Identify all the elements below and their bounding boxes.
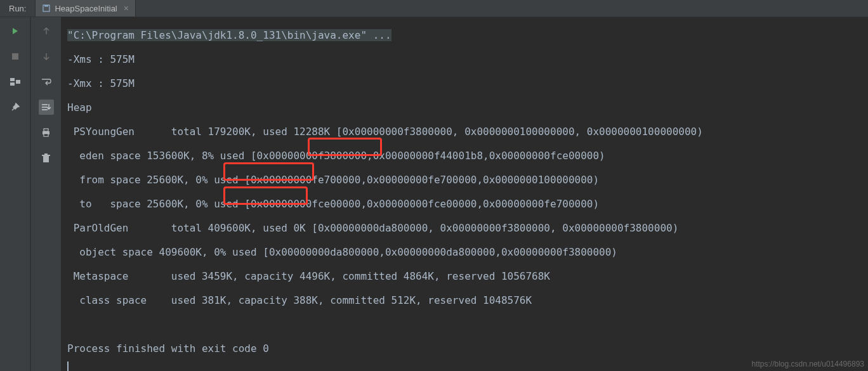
run-label: Run: <box>0 0 36 16</box>
svg-rect-5 <box>16 80 20 84</box>
console-line: eden space 153600K, 8% used [0x00000000f… <box>67 144 868 168</box>
arrow-up-button[interactable] <box>39 23 54 39</box>
console-line: -Xms : 575M <box>67 48 868 72</box>
svg-rect-4 <box>10 82 15 86</box>
cursor-line <box>67 361 868 371</box>
console-line: object space 409600K, 0% used [0x0000000… <box>67 240 868 264</box>
svg-rect-1 <box>44 5 48 7</box>
svg-rect-10 <box>42 155 50 156</box>
run-tab[interactable]: HeapSpaceInitial × <box>36 0 135 16</box>
console-line: Metaspace used 3459K, capacity 4496K, co… <box>67 264 868 289</box>
console-line: -Xmx : 575M <box>67 72 868 96</box>
print-button[interactable] <box>39 125 54 140</box>
stop-button[interactable] <box>8 49 23 64</box>
run-header: Run: HeapSpaceInitial × <box>0 0 868 17</box>
svg-rect-2 <box>12 53 18 60</box>
console-line: from space 25600K, 0% used [0x00000000fe… <box>67 168 868 192</box>
console-line: to space 25600K, 0% used [0x00000000fce0… <box>67 192 868 216</box>
left-gutter <box>0 17 30 371</box>
console-output[interactable]: "C:\Program Files\Java\jdk1.8.0_131\bin\… <box>61 17 868 371</box>
pin-button[interactable] <box>8 100 23 115</box>
main-area: "C:\Program Files\Java\jdk1.8.0_131\bin\… <box>0 17 868 371</box>
svg-rect-11 <box>44 153 48 155</box>
console-line <box>67 313 868 337</box>
svg-rect-7 <box>44 129 48 131</box>
console-line: Heap <box>67 96 868 120</box>
console-line: class space used 381K, capacity 388K, co… <box>67 289 868 313</box>
console-line: PSYoungGen total 179200K, used 12288K [0… <box>67 120 868 144</box>
console-line: Process finished with exit code 0 <box>67 337 868 361</box>
arrow-down-button[interactable] <box>39 49 54 64</box>
svg-rect-8 <box>44 134 48 136</box>
console-line: "C:\Program Files\Java\jdk1.8.0_131\bin\… <box>67 23 868 48</box>
rerun-button[interactable] <box>8 23 23 39</box>
app-icon <box>42 4 51 13</box>
soft-wrap-button[interactable] <box>39 74 54 89</box>
trash-button[interactable] <box>39 150 54 166</box>
console-line: ParOldGen total 409600K, used 0K [0x0000… <box>67 216 868 240</box>
svg-rect-3 <box>10 78 15 81</box>
watermark: https://blog.csdn.net/u014496893 <box>752 360 864 368</box>
layout-button[interactable] <box>8 74 23 89</box>
close-icon[interactable]: × <box>124 3 129 13</box>
svg-rect-9 <box>43 156 49 162</box>
tab-title: HeapSpaceInitial <box>55 4 117 13</box>
right-gutter <box>30 17 61 371</box>
scroll-to-end-button[interactable] <box>39 100 54 115</box>
